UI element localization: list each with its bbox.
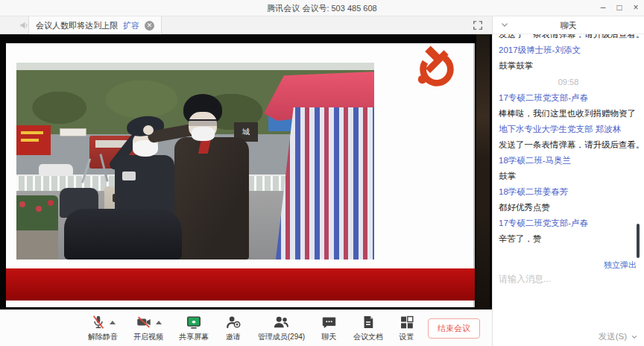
document-icon	[361, 314, 376, 330]
chat-title: 聊天	[493, 20, 644, 31]
close-icon[interactable]: ✕	[145, 21, 154, 31]
photo-motorcycle	[64, 209, 182, 260]
meeting-docs-button[interactable]: 会议文档	[353, 313, 383, 346]
video-options-caret[interactable]	[156, 321, 162, 324]
chat-message-sender: 2017级博士班-刘添文	[499, 45, 638, 56]
camera-off-icon	[135, 314, 153, 330]
chat-message-sender: 18学硕二班姜春芳	[499, 186, 638, 198]
close-button[interactable]: ×	[628, 0, 644, 16]
window-title: 腾讯会议 会议号: 503 485 608	[0, 3, 644, 14]
meeting-toolbar: 解除静音 开启视频	[0, 309, 492, 346]
popout-chat-link[interactable]: 独立弹出	[604, 260, 637, 271]
chat-message-text: 发送了一条表情弹幕，请升级后查看。	[499, 34, 638, 40]
chat-message-text: 发送了一条表情弹幕，请升级后查看。	[499, 139, 638, 151]
unmute-button[interactable]: 解除静音	[88, 313, 118, 346]
window-titlebar: 腾讯会议 会议号: 503 485 608 – □ ×	[0, 0, 644, 16]
video-stage: 城	[0, 34, 492, 309]
chat-message-sender: 地下水专业大学生党支部 郑波林	[499, 124, 638, 135]
chat-button[interactable]: 聊天	[321, 313, 338, 346]
mic-muted-icon	[90, 314, 107, 330]
settings-button[interactable]: 设置	[399, 313, 414, 346]
meeting-main-pane: 会议人数即将达到上限 扩容 ✕ 城	[0, 16, 492, 346]
chat-scrollbar[interactable]	[637, 224, 640, 258]
photo-rider-badge	[122, 172, 136, 180]
send-button[interactable]: 发送(S)	[599, 331, 638, 342]
invite-icon	[224, 314, 242, 330]
photo-checker-glasses	[189, 119, 217, 126]
capacity-warning-tab: 会议人数即将达到上限 扩容 ✕	[28, 16, 162, 34]
chat-header: 聊天	[493, 16, 644, 34]
photo-rider-mask	[133, 140, 158, 157]
manage-members-button[interactable]: 管理成员(294)	[258, 313, 305, 346]
chat-message-text: 鼓掌	[499, 171, 638, 182]
chat-message-text: 都好优秀点赞	[499, 202, 638, 213]
chat-message-text: 棒棒哒，我们这里也收到捐赠物资了	[499, 108, 638, 119]
chat-message-sender: 17专硕二班党支部-卢春	[499, 218, 638, 229]
notification-bar: 会议人数即将达到上限 扩容 ✕	[0, 16, 492, 34]
video-photo: 城	[16, 63, 374, 260]
start-video-button[interactable]: 开启视频	[133, 313, 163, 346]
chat-message-sender: 18学硕二班-马奥兰	[499, 155, 638, 166]
members-icon	[271, 314, 291, 330]
chat-input[interactable]	[493, 270, 644, 324]
slide-red-band	[6, 268, 475, 301]
photo-red-banner	[16, 125, 51, 155]
photo-shop-sign	[60, 128, 86, 136]
party-emblem-icon	[414, 45, 458, 89]
chat-message-sender: 17专硕二班党支部-卢春	[499, 92, 638, 104]
photo-checker-hand	[143, 125, 154, 135]
share-screen-button[interactable]: 共享屏幕	[179, 313, 209, 346]
expand-capacity-link[interactable]: 扩容	[123, 20, 139, 31]
minimize-button[interactable]: –	[595, 0, 611, 16]
announcement-icon	[19, 21, 28, 30]
chat-message-text: 辛苦了，赞	[499, 233, 638, 245]
settings-icon	[399, 314, 414, 330]
chat-icon	[321, 314, 338, 330]
end-meeting-button[interactable]: 结束会议	[428, 318, 480, 339]
send-options-chevron-icon[interactable]	[631, 333, 638, 341]
photo-checker-mask	[192, 127, 215, 141]
chat-message-list: 发送了一条表情弹幕，请升级后查看。 2017级博士班-刘添文 鼓掌鼓掌 09:5…	[493, 34, 644, 249]
invite-button[interactable]: 邀请	[224, 313, 242, 346]
capacity-warning-text: 会议人数即将达到上限	[36, 20, 118, 31]
screen-share-icon	[185, 314, 203, 330]
video-edge-strip	[476, 34, 490, 309]
fullscreen-icon[interactable]	[473, 20, 483, 31]
photo-car	[39, 164, 73, 175]
chat-panel: 聊天 发送了一条表情弹幕，请升级后查看。 2017级博士班-刘添文 鼓掌鼓掌 0…	[492, 16, 644, 346]
shared-slide: 城	[6, 43, 475, 307]
photo-planter	[16, 195, 58, 260]
mic-options-caret[interactable]	[110, 321, 116, 324]
photo-checker-torso	[174, 137, 249, 260]
chat-timestamp: 09:58	[499, 78, 638, 86]
maximize-button[interactable]: □	[611, 0, 628, 16]
chat-message-text: 鼓掌鼓掌	[499, 60, 638, 72]
